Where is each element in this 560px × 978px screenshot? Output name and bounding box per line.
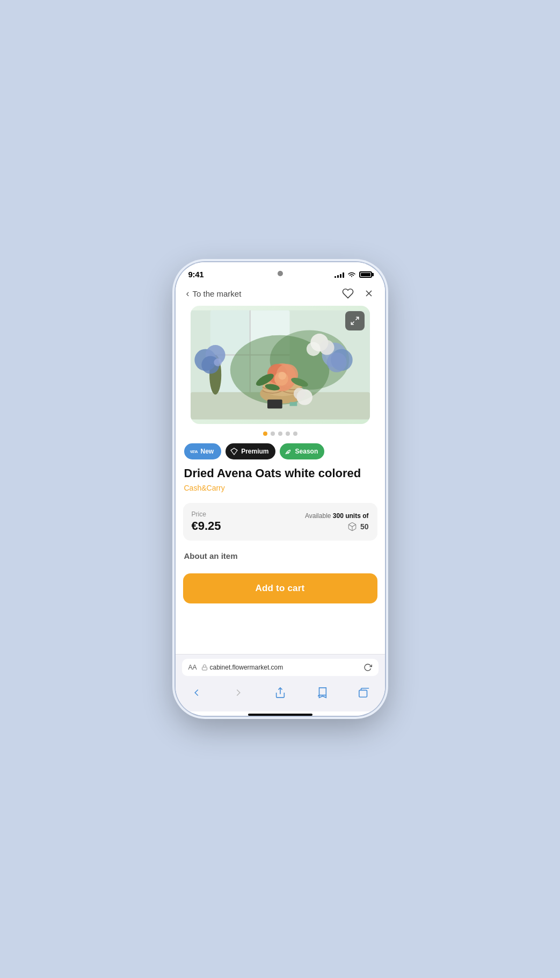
nav-title: To the market [193, 289, 242, 298]
favorite-button[interactable] [342, 287, 354, 299]
svg-point-21 [278, 372, 286, 380]
price-box: Price €9.25 Available 300 units of [183, 503, 377, 541]
svg-point-27 [306, 342, 320, 356]
product-content: NEW New Premium [176, 301, 385, 654]
bottom-nav [176, 680, 385, 711]
camera-dot [278, 271, 283, 276]
price-value: €9.25 [192, 519, 221, 533]
dot-5[interactable] [293, 432, 297, 436]
diamond-icon [230, 447, 238, 456]
product-badges: NEW New Premium [176, 440, 385, 464]
pagination-dots [176, 426, 385, 440]
bookmarks-button[interactable] [308, 685, 337, 701]
availability-text: Available 300 units of [305, 512, 369, 520]
about-title: About an item [184, 551, 376, 560]
svg-line-36 [351, 322, 354, 325]
svg-rect-34 [289, 402, 297, 406]
back-chevron-icon: ‹ [186, 288, 190, 299]
tabs-button[interactable] [350, 685, 379, 701]
reload-icon [363, 663, 372, 672]
text-size-control[interactable]: AA [188, 664, 197, 671]
battery-icon [359, 271, 372, 278]
browser-forward-button[interactable] [224, 685, 253, 701]
product-title: Dried Avena Oats white colored [176, 464, 385, 483]
svg-marker-39 [231, 448, 237, 455]
svg-point-24 [326, 353, 346, 372]
browser-back-icon [191, 687, 202, 699]
svg-point-14 [214, 358, 222, 366]
badge-season: Season [280, 443, 325, 459]
box-icon [347, 522, 357, 531]
svg-point-26 [319, 340, 334, 355]
tabs-icon [358, 687, 370, 699]
status-icons [334, 271, 372, 278]
dot-3[interactable] [278, 432, 282, 436]
svg-rect-41 [202, 667, 207, 671]
product-source: Cash&Carry [176, 483, 385, 499]
dot-2[interactable] [271, 432, 275, 436]
svg-point-29 [293, 387, 305, 399]
signal-icon [334, 271, 344, 278]
share-icon [274, 687, 286, 699]
url-display: cabinet.flowermarket.com [201, 664, 283, 671]
expand-icon [350, 316, 360, 326]
units-badge: 50 [347, 522, 369, 531]
badge-premium-label: Premium [241, 448, 268, 455]
badge-premium: Premium [226, 443, 275, 459]
product-image [191, 306, 370, 424]
leaf-icon [284, 447, 293, 456]
dot-4[interactable] [286, 432, 290, 436]
svg-text:NEW: NEW [190, 450, 198, 454]
nav-bar: ‹ To the market [176, 283, 385, 301]
new-badge-icon: NEW [190, 447, 198, 456]
badge-new-label: New [201, 448, 214, 455]
price-label: Price [192, 510, 221, 518]
browser-back-button[interactable] [182, 685, 211, 701]
bookmarks-icon [316, 687, 328, 699]
about-section: About an item [176, 547, 385, 569]
url-text[interactable]: cabinet.flowermarket.com [210, 664, 283, 671]
wifi-icon [347, 271, 356, 278]
browser-bar: AA cabinet.flowermarket.com [176, 654, 385, 680]
svg-rect-33 [267, 400, 282, 409]
dot-1[interactable] [263, 432, 267, 436]
flower-illustration [191, 306, 370, 424]
badge-season-label: Season [295, 448, 318, 455]
heart-icon [342, 287, 354, 299]
status-time: 9:41 [188, 270, 204, 279]
add-to-cart-button[interactable]: Add to cart [183, 573, 377, 603]
phone-frame: 9:41 ‹ [176, 262, 385, 716]
home-indicator[interactable] [248, 714, 312, 716]
url-bar: AA cabinet.flowermarket.com [182, 659, 379, 676]
reload-button[interactable] [363, 663, 372, 672]
share-button[interactable] [266, 685, 295, 701]
svg-rect-43 [359, 690, 367, 697]
units-value: 50 [360, 522, 369, 531]
svg-line-35 [355, 317, 358, 320]
screen: 9:41 ‹ [176, 262, 385, 716]
lock-icon [201, 664, 208, 671]
badge-new: NEW New [184, 443, 222, 459]
close-icon [363, 288, 374, 299]
browser-forward-icon [232, 687, 244, 699]
close-button[interactable] [363, 288, 374, 299]
expand-button[interactable] [345, 311, 365, 330]
